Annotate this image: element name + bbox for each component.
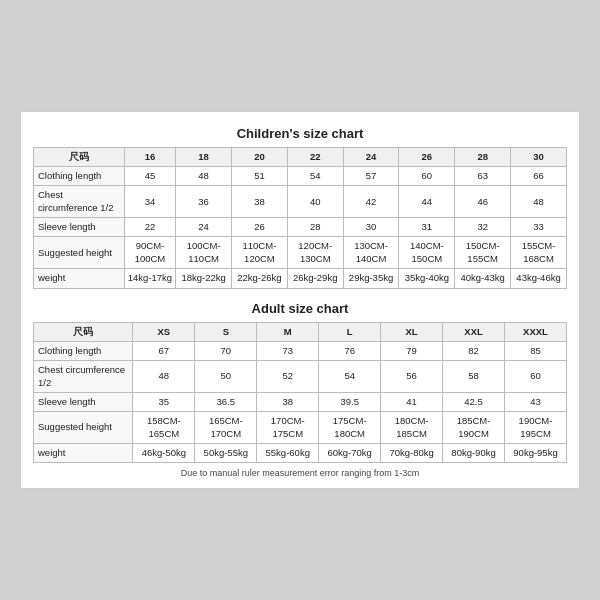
table-cell: 43kg-46kg xyxy=(511,269,567,288)
table-cell: 43 xyxy=(505,392,567,411)
table-cell: 100CM-110CM xyxy=(176,237,232,269)
table-cell: 57 xyxy=(343,167,399,186)
row-label: Suggested height xyxy=(34,412,133,444)
table-cell: 52 xyxy=(257,361,319,393)
table-cell: 30 xyxy=(343,218,399,237)
table-cell: 158CM-165CM xyxy=(133,412,195,444)
children-col-header: 16 xyxy=(124,147,175,166)
table-cell: 70kg-80kg xyxy=(381,443,443,462)
table-cell: 140CM-150CM xyxy=(399,237,455,269)
children-col-header: 20 xyxy=(232,147,288,166)
row-label: Suggested height xyxy=(34,237,125,269)
table-cell: 56 xyxy=(381,361,443,393)
adult-col-header: XXXL xyxy=(505,322,567,341)
table-cell: 22kg-26kg xyxy=(232,269,288,288)
table-cell: 165CM-170CM xyxy=(195,412,257,444)
table-cell: 55kg-60kg xyxy=(257,443,319,462)
table-cell: 26kg-29kg xyxy=(287,269,343,288)
table-cell: 90kg-95kg xyxy=(505,443,567,462)
table-cell: 14kg-17kg xyxy=(124,269,175,288)
table-row: Sleeve length3536.53839.54142.543 xyxy=(34,392,567,411)
table-cell: 185CM-190CM xyxy=(443,412,505,444)
table-cell: 40 xyxy=(287,186,343,218)
row-label: Chest circumference 1/2 xyxy=(34,186,125,218)
table-cell: 42.5 xyxy=(443,392,505,411)
children-col-header: 30 xyxy=(511,147,567,166)
adult-header-row: 尺码XSSMLXLXXLXXXL xyxy=(34,322,567,341)
table-cell: 39.5 xyxy=(319,392,381,411)
table-cell: 51 xyxy=(232,167,288,186)
table-cell: 120CM-130CM xyxy=(287,237,343,269)
table-row: Chest circumference 1/23436384042444648 xyxy=(34,186,567,218)
row-label: weight xyxy=(34,443,133,462)
row-label: Clothing length xyxy=(34,167,125,186)
table-cell: 40kg-43kg xyxy=(455,269,511,288)
children-col-header: 26 xyxy=(399,147,455,166)
table-cell: 73 xyxy=(257,341,319,360)
adult-col-header: 尺码 xyxy=(34,322,133,341)
table-row: Suggested height158CM-165CM165CM-170CM17… xyxy=(34,412,567,444)
table-cell: 82 xyxy=(443,341,505,360)
table-cell: 60 xyxy=(505,361,567,393)
table-cell: 67 xyxy=(133,341,195,360)
table-row: Sleeve length2224262830313233 xyxy=(34,218,567,237)
size-chart-container: Children's size chart 尺码1618202224262830… xyxy=(20,111,580,490)
adult-col-header: S xyxy=(195,322,257,341)
adult-col-header: XL xyxy=(381,322,443,341)
table-cell: 48 xyxy=(511,186,567,218)
adult-col-header: L xyxy=(319,322,381,341)
table-row: Chest circumference 1/248505254565860 xyxy=(34,361,567,393)
adult-col-header: M xyxy=(257,322,319,341)
table-row: weight14kg-17kg18kg-22kg22kg-26kg26kg-29… xyxy=(34,269,567,288)
adult-col-header: XXL xyxy=(443,322,505,341)
children-col-header: 18 xyxy=(176,147,232,166)
table-cell: 24 xyxy=(176,218,232,237)
table-cell: 35kg-40kg xyxy=(399,269,455,288)
table-cell: 60 xyxy=(399,167,455,186)
table-row: Suggested height90CM-100CM100CM-110CM110… xyxy=(34,237,567,269)
children-chart-title: Children's size chart xyxy=(33,122,567,147)
table-cell: 38 xyxy=(232,186,288,218)
table-cell: 50 xyxy=(195,361,257,393)
table-cell: 28 xyxy=(287,218,343,237)
table-cell: 150CM-155CM xyxy=(455,237,511,269)
table-cell: 66 xyxy=(511,167,567,186)
row-label: Clothing length xyxy=(34,341,133,360)
table-row: weight46kg-50kg50kg-55kg55kg-60kg60kg-70… xyxy=(34,443,567,462)
adult-size-table: 尺码XSSMLXLXXLXXXL Clothing length67707376… xyxy=(33,322,567,464)
row-label: weight xyxy=(34,269,125,288)
table-cell: 175CM-180CM xyxy=(319,412,381,444)
children-table-body: Clothing length4548515457606366Chest cir… xyxy=(34,167,567,288)
table-cell: 130CM-140CM xyxy=(343,237,399,269)
table-cell: 190CM-195CM xyxy=(505,412,567,444)
table-cell: 76 xyxy=(319,341,381,360)
table-row: Clothing length4548515457606366 xyxy=(34,167,567,186)
children-header-row: 尺码1618202224262830 xyxy=(34,147,567,166)
table-cell: 54 xyxy=(287,167,343,186)
table-cell: 63 xyxy=(455,167,511,186)
table-cell: 41 xyxy=(381,392,443,411)
table-cell: 26 xyxy=(232,218,288,237)
children-col-header: 24 xyxy=(343,147,399,166)
table-cell: 155CM-168CM xyxy=(511,237,567,269)
footnote: Due to manual ruler measurement error ra… xyxy=(33,463,567,478)
table-cell: 22 xyxy=(124,218,175,237)
table-cell: 48 xyxy=(176,167,232,186)
row-label: Chest circumference 1/2 xyxy=(34,361,133,393)
table-cell: 42 xyxy=(343,186,399,218)
table-cell: 48 xyxy=(133,361,195,393)
children-col-header: 22 xyxy=(287,147,343,166)
table-cell: 36 xyxy=(176,186,232,218)
children-col-header: 尺码 xyxy=(34,147,125,166)
table-cell: 34 xyxy=(124,186,175,218)
table-cell: 38 xyxy=(257,392,319,411)
table-cell: 110CM-120CM xyxy=(232,237,288,269)
table-cell: 60kg-70kg xyxy=(319,443,381,462)
adult-chart-title: Adult size chart xyxy=(33,297,567,322)
row-label: Sleeve length xyxy=(34,392,133,411)
table-cell: 32 xyxy=(455,218,511,237)
table-cell: 180CM-185CM xyxy=(381,412,443,444)
adult-table-body: Clothing length67707376798285Chest circu… xyxy=(34,341,567,462)
table-cell: 70 xyxy=(195,341,257,360)
table-cell: 46kg-50kg xyxy=(133,443,195,462)
